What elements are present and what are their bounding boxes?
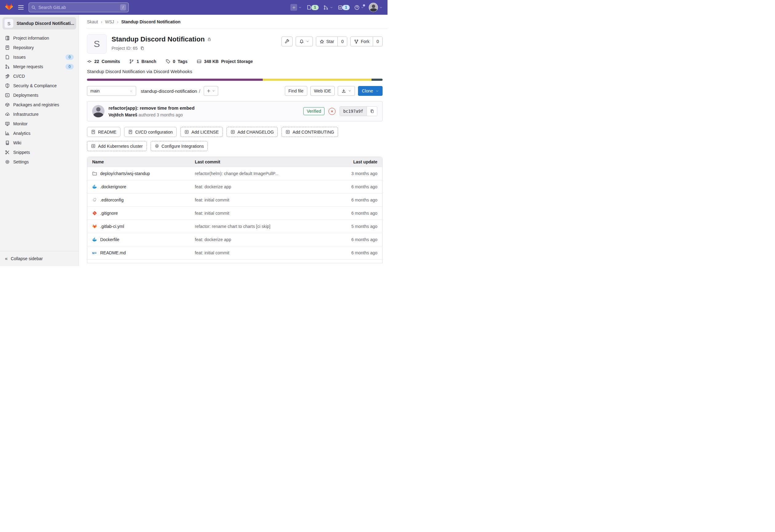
sidebar-item-issues[interactable]: Issues 0 <box>0 52 79 62</box>
branches-stat[interactable]: 1Branch <box>129 59 156 64</box>
repo-path-root[interactable]: standup-discord-notification <box>141 88 197 94</box>
issues-count-badge: 0 <box>65 54 74 60</box>
sidebar-item-security-compliance[interactable]: Security & Compliance <box>0 81 79 90</box>
merge-requests-menu-button[interactable] <box>323 5 333 10</box>
language-segment <box>371 79 382 81</box>
navbar-left: / <box>5 2 129 12</box>
sidebar-item-analytics[interactable]: Analytics <box>0 128 79 138</box>
file-last-commit[interactable]: feat: initial commit <box>195 198 331 202</box>
table-row[interactable]: M README.md feat: initial commit 6 month… <box>87 246 382 259</box>
sidebar-item-monitor[interactable]: Monitor <box>0 119 79 128</box>
sidebar-item-merge-requests[interactable]: Merge requests 0 <box>0 62 79 71</box>
storage-stat[interactable]: 348 KBProject Storage <box>197 59 253 64</box>
table-row[interactable]: deploy/charts/wsj-standup refactor(helm)… <box>87 167 382 180</box>
commit-hash-group: bc197a9f <box>339 106 377 116</box>
sidebar-item-wiki[interactable]: Wiki <box>0 138 79 147</box>
sidebar-item-repository[interactable]: Repository <box>0 43 79 52</box>
notifications-button[interactable] <box>295 37 313 46</box>
sidebar-project-title: Standup Discord Notificati... <box>17 21 74 26</box>
commits-stat[interactable]: 22Commits <box>87 59 120 64</box>
project-avatar: S <box>87 34 107 54</box>
sidebar-item-project-information[interactable]: Project information <box>0 33 79 43</box>
verified-badge[interactable]: Verified <box>303 107 324 115</box>
file-last-update: 6 months ago <box>331 198 377 202</box>
download-button[interactable] <box>338 86 355 96</box>
file-name[interactable]: Dockerfile <box>100 237 119 242</box>
shield-icon <box>5 83 10 88</box>
search-input[interactable] <box>38 5 118 10</box>
readme-button[interactable]: README <box>87 127 120 137</box>
sidebar-item-cicd[interactable]: CI/CD <box>0 71 79 81</box>
clone-button[interactable]: Clone <box>358 86 382 96</box>
sidebar-item-settings[interactable]: Settings <box>0 157 79 166</box>
file-last-commit[interactable]: feat: initial commit <box>195 250 331 255</box>
star-count[interactable]: 0 <box>337 37 347 46</box>
file-name[interactable]: .editorconfig <box>100 198 123 202</box>
web-ide-button[interactable]: Web IDE <box>310 86 335 96</box>
add-contributing-button[interactable]: Add CONTRIBUTING <box>281 127 338 137</box>
file-name[interactable]: .dockerignore <box>100 184 126 189</box>
breadcrumb-subgroup[interactable]: WSJ <box>105 19 114 24</box>
collapse-sidebar-button[interactable]: « Collapse sidebar <box>0 251 79 266</box>
add-file-dropdown-button[interactable] <box>204 86 218 96</box>
breadcrumb-group[interactable]: Skaut <box>87 19 98 24</box>
add-changelog-button[interactable]: Add CHANGELOG <box>226 127 278 137</box>
fork-button[interactable]: Fork <box>350 37 373 46</box>
file-last-commit[interactable]: refactor(helm): change default ImagePull… <box>195 171 331 176</box>
fork-count[interactable]: 0 <box>373 37 382 46</box>
commit-author-avatar[interactable] <box>92 105 104 117</box>
user-menu-button[interactable] <box>369 3 382 12</box>
add-kubernetes-cluster-button[interactable]: Add Kubernetes cluster <box>87 141 147 151</box>
sidebar-project-context[interactable]: S Standup Discord Notificati... <box>2 17 76 29</box>
table-row[interactable]: .gitlab-ci.yml refactor: rename chart to… <box>87 220 382 233</box>
help-menu-button[interactable] <box>354 5 364 10</box>
file-last-commit[interactable]: feat: initial commit <box>195 211 331 216</box>
file-last-commit[interactable]: feat: dockerize app <box>195 237 331 242</box>
table-row[interactable]: Dockerfile feat: dockerize app 6 months … <box>87 233 382 246</box>
sidebar-item-packages-registries[interactable]: Packages and registries <box>0 100 79 109</box>
add-license-button[interactable]: Add LICENSE <box>180 127 223 137</box>
quick-action-label: CI/CD configuration <box>135 130 173 135</box>
file-name[interactable]: README.md <box>100 250 126 255</box>
configure-integrations-button[interactable]: Configure Integrations <box>151 141 208 151</box>
file-name[interactable]: deploy/charts/wsj-standup <box>100 171 150 176</box>
copy-hash-button[interactable] <box>366 107 377 116</box>
sidebar-item-deployments[interactable]: Deployments <box>0 90 79 100</box>
commit-author[interactable]: Vojtěch Mareš <box>108 112 137 117</box>
monitor-icon <box>5 121 10 126</box>
issues-menu-button[interactable]: 1 <box>306 5 319 10</box>
find-file-button[interactable]: Find file <box>285 86 307 96</box>
tags-stat[interactable]: 0Tags <box>166 59 187 64</box>
file-last-commit[interactable]: refactor: rename chart to charts [ci ski… <box>195 224 331 229</box>
sidebar-item-label: Snippets <box>13 150 74 155</box>
gitlab-logo-icon[interactable] <box>5 3 13 12</box>
file-name[interactable]: .gitlab-ci.yml <box>100 224 124 229</box>
copy-icon[interactable] <box>140 46 144 50</box>
sidebar-item-infrastructure[interactable]: Infrastructure <box>0 109 79 119</box>
branch-selector[interactable]: main <box>87 86 136 96</box>
commit-message[interactable]: refactor(app): remove time from embed <box>108 105 194 111</box>
file-last-commit[interactable]: feat: dockerize app <box>195 184 331 189</box>
pipeline-failed-icon[interactable] <box>328 108 335 115</box>
admin-wrench-button[interactable] <box>281 37 292 46</box>
menu-hamburger-icon[interactable] <box>18 5 24 10</box>
language-bar[interactable] <box>87 79 382 81</box>
chevron-down-icon <box>212 89 215 92</box>
cicd-configuration-button[interactable]: CI/CD configuration <box>124 127 177 137</box>
breadcrumb: Skaut › WSJ › Standup Discord Notificati… <box>87 15 388 29</box>
search-box[interactable]: / <box>29 2 129 12</box>
merge-request-icon <box>5 64 10 69</box>
sidebar-item-snippets[interactable]: Snippets <box>0 147 79 157</box>
file-name[interactable]: .gitignore <box>100 211 118 216</box>
todos-menu-button[interactable]: 1 <box>338 5 350 10</box>
new-menu-button[interactable] <box>290 4 302 11</box>
table-row[interactable]: .gitignore feat: initial commit 6 months… <box>87 206 382 220</box>
issues-count-badge: 1 <box>311 5 319 10</box>
gitlab-project-page: / 1 1 <box>0 0 388 266</box>
fork-button-group[interactable]: Fork 0 <box>350 37 382 46</box>
table-row[interactable]: .dockerignore feat: dockerize app 6 mont… <box>87 180 382 193</box>
star-button[interactable]: Star <box>316 37 338 46</box>
table-row[interactable]: .editorconfig feat: initial commit 6 mon… <box>87 193 382 206</box>
chevron-down-icon <box>379 6 382 9</box>
star-button-group[interactable]: Star 0 <box>316 37 347 46</box>
